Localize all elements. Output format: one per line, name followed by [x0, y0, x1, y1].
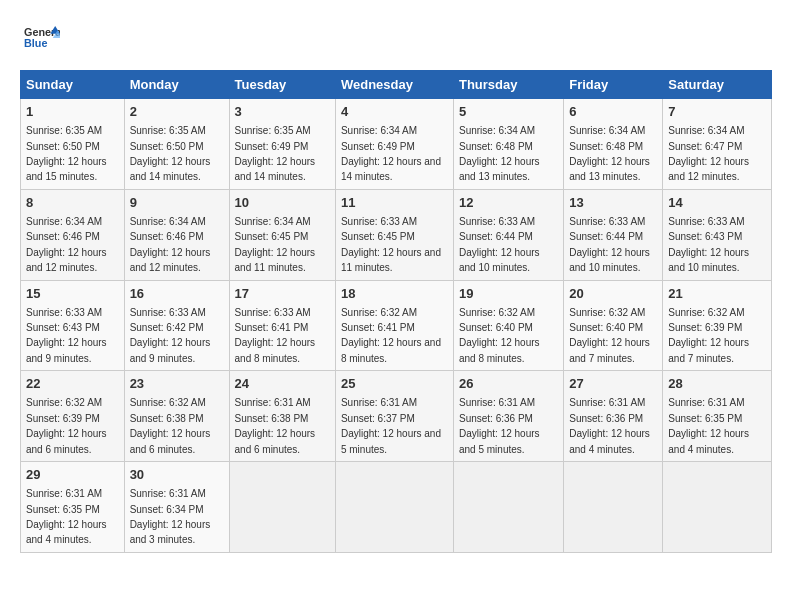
calendar-cell: 28Sunrise: 6:31 AMSunset: 6:35 PMDayligh… [663, 371, 772, 462]
page-header: General Blue [20, 20, 772, 60]
sunrise-info: Sunrise: 6:34 AM [26, 216, 102, 227]
day-number: 16 [130, 285, 224, 303]
sunset-info: Sunset: 6:48 PM [569, 141, 643, 152]
sunset-info: Sunset: 6:36 PM [459, 413, 533, 424]
daylight-info: Daylight: 12 hours and 7 minutes. [569, 337, 650, 363]
daylight-info: Daylight: 12 hours and 10 minutes. [459, 247, 540, 273]
sunset-info: Sunset: 6:48 PM [459, 141, 533, 152]
sunset-info: Sunset: 6:43 PM [668, 231, 742, 242]
sunrise-info: Sunrise: 6:31 AM [668, 397, 744, 408]
weekday-header: Tuesday [229, 71, 335, 99]
sunrise-info: Sunrise: 6:31 AM [130, 488, 206, 499]
daylight-info: Daylight: 12 hours and 6 minutes. [130, 428, 211, 454]
calendar-cell: 7Sunrise: 6:34 AMSunset: 6:47 PMDaylight… [663, 99, 772, 190]
sunset-info: Sunset: 6:47 PM [668, 141, 742, 152]
day-number: 10 [235, 194, 330, 212]
sunrise-info: Sunrise: 6:32 AM [130, 397, 206, 408]
daylight-info: Daylight: 12 hours and 12 minutes. [668, 156, 749, 182]
calendar-cell: 12Sunrise: 6:33 AMSunset: 6:44 PMDayligh… [453, 189, 563, 280]
daylight-info: Daylight: 12 hours and 10 minutes. [668, 247, 749, 273]
daylight-info: Daylight: 12 hours and 11 minutes. [341, 247, 441, 273]
day-number: 27 [569, 375, 657, 393]
weekday-header: Saturday [663, 71, 772, 99]
svg-text:Blue: Blue [24, 37, 47, 49]
daylight-info: Daylight: 12 hours and 9 minutes. [130, 337, 211, 363]
day-number: 20 [569, 285, 657, 303]
daylight-info: Daylight: 12 hours and 5 minutes. [341, 428, 441, 454]
calendar-cell [663, 462, 772, 553]
sunset-info: Sunset: 6:38 PM [235, 413, 309, 424]
header-row: SundayMondayTuesdayWednesdayThursdayFrid… [21, 71, 772, 99]
sunset-info: Sunset: 6:39 PM [668, 322, 742, 333]
sunrise-info: Sunrise: 6:34 AM [668, 125, 744, 136]
calendar-cell: 4Sunrise: 6:34 AMSunset: 6:49 PMDaylight… [335, 99, 453, 190]
calendar-cell: 27Sunrise: 6:31 AMSunset: 6:36 PMDayligh… [564, 371, 663, 462]
sunset-info: Sunset: 6:34 PM [130, 504, 204, 515]
sunrise-info: Sunrise: 6:31 AM [235, 397, 311, 408]
weekday-header: Sunday [21, 71, 125, 99]
sunrise-info: Sunrise: 6:31 AM [459, 397, 535, 408]
sunset-info: Sunset: 6:49 PM [235, 141, 309, 152]
daylight-info: Daylight: 12 hours and 6 minutes. [26, 428, 107, 454]
day-number: 18 [341, 285, 448, 303]
sunset-info: Sunset: 6:35 PM [668, 413, 742, 424]
daylight-info: Daylight: 12 hours and 4 minutes. [668, 428, 749, 454]
calendar-week-row: 29Sunrise: 6:31 AMSunset: 6:35 PMDayligh… [21, 462, 772, 553]
day-number: 4 [341, 103, 448, 121]
day-number: 15 [26, 285, 119, 303]
calendar-cell: 5Sunrise: 6:34 AMSunset: 6:48 PMDaylight… [453, 99, 563, 190]
weekday-header: Wednesday [335, 71, 453, 99]
daylight-info: Daylight: 12 hours and 11 minutes. [235, 247, 316, 273]
day-number: 6 [569, 103, 657, 121]
sunrise-info: Sunrise: 6:35 AM [235, 125, 311, 136]
day-number: 7 [668, 103, 766, 121]
logo: General Blue [20, 20, 60, 60]
sunset-info: Sunset: 6:49 PM [341, 141, 415, 152]
sunset-info: Sunset: 6:42 PM [130, 322, 204, 333]
sunrise-info: Sunrise: 6:34 AM [130, 216, 206, 227]
day-number: 3 [235, 103, 330, 121]
calendar-week-row: 22Sunrise: 6:32 AMSunset: 6:39 PMDayligh… [21, 371, 772, 462]
sunrise-info: Sunrise: 6:33 AM [569, 216, 645, 227]
daylight-info: Daylight: 12 hours and 13 minutes. [459, 156, 540, 182]
sunset-info: Sunset: 6:44 PM [569, 231, 643, 242]
sunrise-info: Sunrise: 6:31 AM [26, 488, 102, 499]
sunrise-info: Sunrise: 6:31 AM [341, 397, 417, 408]
calendar-cell [453, 462, 563, 553]
calendar-cell: 16Sunrise: 6:33 AMSunset: 6:42 PMDayligh… [124, 280, 229, 371]
day-number: 17 [235, 285, 330, 303]
sunset-info: Sunset: 6:46 PM [130, 231, 204, 242]
daylight-info: Daylight: 12 hours and 10 minutes. [569, 247, 650, 273]
calendar-cell: 30Sunrise: 6:31 AMSunset: 6:34 PMDayligh… [124, 462, 229, 553]
sunset-info: Sunset: 6:41 PM [235, 322, 309, 333]
sunset-info: Sunset: 6:36 PM [569, 413, 643, 424]
daylight-info: Daylight: 12 hours and 9 minutes. [26, 337, 107, 363]
sunrise-info: Sunrise: 6:33 AM [459, 216, 535, 227]
sunrise-info: Sunrise: 6:32 AM [459, 307, 535, 318]
calendar-week-row: 8Sunrise: 6:34 AMSunset: 6:46 PMDaylight… [21, 189, 772, 280]
daylight-info: Daylight: 12 hours and 14 minutes. [341, 156, 441, 182]
calendar-cell: 10Sunrise: 6:34 AMSunset: 6:45 PMDayligh… [229, 189, 335, 280]
calendar-cell: 20Sunrise: 6:32 AMSunset: 6:40 PMDayligh… [564, 280, 663, 371]
daylight-info: Daylight: 12 hours and 3 minutes. [130, 519, 211, 545]
sunset-info: Sunset: 6:38 PM [130, 413, 204, 424]
calendar-cell: 13Sunrise: 6:33 AMSunset: 6:44 PMDayligh… [564, 189, 663, 280]
sunset-info: Sunset: 6:39 PM [26, 413, 100, 424]
calendar-cell: 11Sunrise: 6:33 AMSunset: 6:45 PMDayligh… [335, 189, 453, 280]
day-number: 8 [26, 194, 119, 212]
calendar-cell [229, 462, 335, 553]
calendar-cell [335, 462, 453, 553]
day-number: 23 [130, 375, 224, 393]
sunset-info: Sunset: 6:40 PM [459, 322, 533, 333]
calendar-cell: 18Sunrise: 6:32 AMSunset: 6:41 PMDayligh… [335, 280, 453, 371]
sunset-info: Sunset: 6:41 PM [341, 322, 415, 333]
calendar-cell: 9Sunrise: 6:34 AMSunset: 6:46 PMDaylight… [124, 189, 229, 280]
day-number: 13 [569, 194, 657, 212]
sunset-info: Sunset: 6:37 PM [341, 413, 415, 424]
calendar-cell: 2Sunrise: 6:35 AMSunset: 6:50 PMDaylight… [124, 99, 229, 190]
calendar-cell: 15Sunrise: 6:33 AMSunset: 6:43 PMDayligh… [21, 280, 125, 371]
daylight-info: Daylight: 12 hours and 12 minutes. [130, 247, 211, 273]
calendar-cell [564, 462, 663, 553]
sunrise-info: Sunrise: 6:32 AM [26, 397, 102, 408]
daylight-info: Daylight: 12 hours and 8 minutes. [459, 337, 540, 363]
